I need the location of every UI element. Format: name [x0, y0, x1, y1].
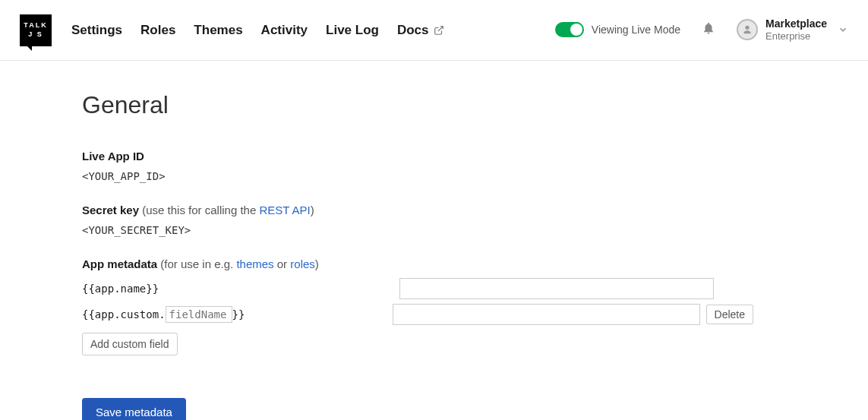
svg-line-0: [437, 26, 442, 30]
save-metadata-button[interactable]: Save metadata: [82, 398, 186, 420]
logo[interactable]: TALK J S: [20, 14, 52, 46]
metadata-hint-pre: (for use in e.g.: [157, 257, 236, 270]
live-mode-toggle[interactable]: [555, 22, 584, 37]
account-name: Marketplace: [765, 17, 827, 30]
account-text: Marketplace Enterprise: [765, 17, 827, 42]
external-link-icon: [434, 25, 444, 36]
live-mode-label: Viewing Live Mode: [592, 24, 680, 36]
secret-key-value: <YOUR_SECRET_KEY>: [82, 224, 753, 236]
header-right: Viewing Live Mode Marketplace Enterprise: [555, 17, 848, 42]
metadata-rows: {{app.name}} {{app.custom.}} Delete: [82, 278, 753, 325]
logo-text-2: J S: [28, 30, 43, 39]
metadata-row-custom: {{app.custom.}} Delete: [82, 304, 753, 325]
add-custom-field-button[interactable]: Add custom field: [82, 333, 178, 355]
bell-icon: [702, 21, 715, 35]
nav-docs[interactable]: Docs: [397, 23, 444, 38]
nav-settings[interactable]: Settings: [71, 23, 122, 38]
avatar: [737, 19, 758, 40]
secret-key-hint-pre: (use this for calling the: [139, 204, 259, 216]
custom-field-name-input[interactable]: [166, 306, 232, 323]
roles-link[interactable]: roles: [290, 257, 315, 270]
live-app-id-label-text: Live App ID: [82, 150, 144, 163]
notifications-button[interactable]: [702, 21, 715, 38]
user-icon: [741, 24, 753, 36]
live-app-id-label: Live App ID: [82, 150, 753, 163]
header: TALK J S Settings Roles Themes Activity …: [0, 0, 868, 61]
chevron-down-icon: [838, 24, 848, 35]
custom-prefix: {{app.custom.: [82, 308, 166, 321]
metadata-key-app-name: {{app.name}}: [82, 283, 399, 295]
secret-key-label-line: Secret key (use this for calling the RES…: [82, 204, 753, 216]
nav-roles[interactable]: Roles: [140, 23, 175, 38]
page-title: General: [82, 91, 753, 119]
secret-key-section: Secret key (use this for calling the RES…: [82, 204, 753, 236]
metadata-hint-post: ): [315, 257, 319, 270]
delete-button[interactable]: Delete: [706, 305, 753, 324]
logo-text-1: TALK: [24, 21, 47, 30]
nav-activity[interactable]: Activity: [261, 23, 308, 38]
main-nav: Settings Roles Themes Activity Live Log …: [71, 23, 444, 38]
live-app-id-section: Live App ID <YOUR_APP_ID>: [82, 150, 753, 182]
app-name-input[interactable]: [399, 278, 714, 299]
metadata-key-custom: {{app.custom.}}: [82, 306, 393, 323]
custom-suffix: }}: [232, 308, 245, 321]
app-metadata-section: App metadata (for use in e.g. themes or …: [82, 257, 753, 355]
metadata-label: App metadata: [82, 257, 157, 270]
themes-link[interactable]: themes: [236, 257, 273, 270]
content: General Live App ID <YOUR_APP_ID> Secret…: [0, 61, 835, 420]
nav-themes[interactable]: Themes: [194, 23, 242, 38]
metadata-hint-or: or: [274, 257, 291, 270]
secret-key-label: Secret key: [82, 204, 139, 216]
metadata-row-app-name: {{app.name}}: [82, 278, 753, 299]
rest-api-link[interactable]: REST API: [259, 204, 310, 216]
svg-point-1: [745, 26, 749, 30]
nav-docs-label: Docs: [397, 23, 429, 38]
live-mode-toggle-wrap: Viewing Live Mode: [555, 22, 680, 37]
custom-value-input[interactable]: [393, 304, 700, 325]
secret-key-hint-post: ): [311, 204, 314, 216]
metadata-label-line: App metadata (for use in e.g. themes or …: [82, 257, 753, 270]
account-tier: Enterprise: [765, 30, 827, 43]
live-app-id-value: <YOUR_APP_ID>: [82, 170, 753, 182]
account-menu[interactable]: Marketplace Enterprise: [737, 17, 848, 42]
nav-livelog[interactable]: Live Log: [326, 23, 379, 38]
